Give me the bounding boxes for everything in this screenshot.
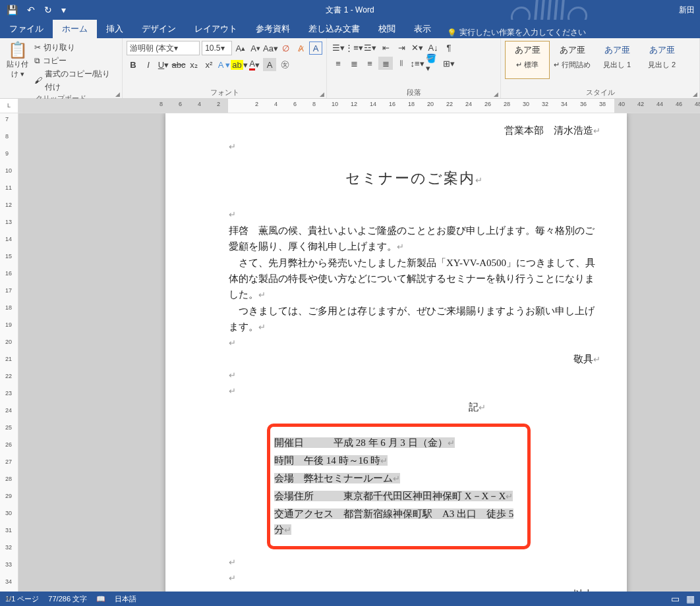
style-heading2[interactable]: あア亜見出し 2	[639, 41, 684, 79]
multilevel-button[interactable]: ☲▾	[363, 41, 377, 54]
asian-layout-button[interactable]: ✕▾	[410, 41, 424, 54]
detail-address: 会場住所 東京都千代田区神田神保町 X－X－X	[274, 491, 506, 501]
document-area: 7891011121314151617181920212223242526272…	[0, 113, 700, 592]
cut-label: 切り取り	[44, 41, 75, 54]
show-marks-button[interactable]: ¶	[442, 41, 456, 54]
align-center-button[interactable]: ≣	[347, 57, 361, 70]
shrink-font-button[interactable]: A▾	[249, 41, 262, 55]
paragraph-dialog-launcher[interactable]: ◢	[494, 91, 498, 97]
scissors-icon: ✂	[34, 41, 41, 54]
para-mark: ↵	[229, 207, 600, 223]
doc-closing: 敬具	[573, 354, 593, 364]
proofing-icon[interactable]: 📖	[96, 595, 105, 603]
grow-font-button[interactable]: A▴	[234, 41, 247, 55]
decrease-indent-button[interactable]: ⇤	[378, 41, 393, 54]
character-shading-button[interactable]: A	[263, 58, 276, 71]
style-normal[interactable]: あア亜↵ 標準	[505, 41, 550, 79]
sort-button[interactable]: A↓	[426, 41, 440, 54]
style-preview: あア亜	[641, 44, 682, 56]
tab-file[interactable]: ファイル	[0, 20, 53, 38]
document-title: 文書 1 - Word	[326, 5, 374, 16]
doc-ijo: 以上	[573, 589, 593, 592]
style-normal-label: 標準	[524, 61, 539, 69]
ribbon: 📋 貼り付け ▾ ✂切り取り ⧉コピー 🖌書式のコピー/貼り付け クリップボード…	[0, 38, 700, 99]
read-mode-icon[interactable]: ▭	[671, 593, 680, 604]
tab-insert[interactable]: 挿入	[97, 20, 132, 38]
redo-icon[interactable]: ↻	[44, 5, 52, 15]
paste-button[interactable]: 📋 貼り付け ▾	[4, 41, 32, 79]
phonetic-guide-button[interactable]: ∅	[279, 41, 292, 55]
change-case-button[interactable]: Aa▾	[264, 41, 277, 55]
copy-button[interactable]: ⧉コピー	[34, 54, 118, 67]
styles-dialog-launcher[interactable]: ◢	[693, 91, 697, 97]
para-mark: ↵	[229, 368, 600, 383]
distribute-button[interactable]: ⫴	[394, 57, 409, 70]
enclose-character-button[interactable]: ㊛	[278, 58, 291, 71]
vertical-ruler[interactable]: 7891011121314151617181920212223242526272…	[0, 113, 18, 592]
underline-button[interactable]: U ▾	[157, 58, 170, 71]
numbering-button[interactable]: ⋮≡▾	[347, 41, 361, 54]
user-name[interactable]: 新田	[679, 5, 695, 16]
titlebar: 💾 ↶ ↻ ▾ 文書 1 - Word 新田	[0, 0, 700, 20]
superscript-button[interactable]: x²	[202, 58, 216, 71]
bullets-button[interactable]: ☰▾	[331, 41, 345, 54]
tab-view[interactable]: 表示	[405, 20, 440, 38]
tab-review[interactable]: 校閲	[369, 20, 405, 38]
page-scroll-area[interactable]: 営業本部 清水浩造↵ ↵ セミナーのご案内↵ ↵ 拝啓 薫風の候、貴社いよいよご…	[18, 113, 700, 592]
tell-me-placeholder: 実行したい作業を入力してください	[459, 27, 586, 38]
cut-button[interactable]: ✂切り取り	[34, 41, 118, 54]
format-painter-button[interactable]: 🖌書式のコピー/貼り付け	[34, 67, 118, 94]
align-left-button[interactable]: ≡	[331, 57, 345, 70]
text-effects-button[interactable]: A ▾	[218, 58, 231, 71]
font-size-combo[interactable]: 10.5 ▾	[202, 41, 232, 55]
ribbon-tabs: ファイル ホーム 挿入 デザイン レイアウト 参考資料 差し込み文書 校閲 表示…	[0, 20, 700, 38]
subscript-button[interactable]: x₂	[187, 58, 200, 71]
status-words[interactable]: 77/286 文字	[48, 594, 87, 604]
borders-button[interactable]: ⊞▾	[442, 57, 456, 70]
print-layout-icon[interactable]: ▦	[686, 593, 695, 604]
highlight-button[interactable]: ab▾	[233, 58, 246, 71]
style-nospacing-label: 行間詰め	[562, 61, 591, 69]
align-right-button[interactable]: ≡	[363, 57, 377, 70]
tab-mailings[interactable]: 差し込み文書	[299, 20, 369, 38]
character-border-button[interactable]: A	[309, 41, 322, 55]
style-nospacing[interactable]: あア亜↵ 行間詰め	[550, 41, 595, 79]
style-heading1-label: 見出し 1	[603, 61, 631, 69]
doc-body1: さて、先月弊社から発売いたしました新製品「XY-VV-A0500」につきまして、…	[229, 258, 595, 300]
font-color-button[interactable]: A ▾	[248, 58, 261, 71]
doc-greeting: 拝啓 薫風の候、貴社いよいよご隆盛のこととお慶び申し上げます。毎々格別のご愛顧を…	[229, 225, 595, 252]
shading-button[interactable]: 🪣▾	[426, 57, 440, 70]
tell-me[interactable]: 💡 実行したい作業を入力してください	[447, 27, 586, 38]
copy-label: コピー	[43, 54, 67, 67]
detail-venue: 会場 弊社セミナールーム	[274, 473, 393, 483]
status-language[interactable]: 日本語	[115, 594, 136, 604]
horizontal-ruler[interactable]: 8642246810121416182022242628303234363840…	[18, 99, 700, 113]
tab-home[interactable]: ホーム	[53, 20, 97, 38]
italic-button[interactable]: I	[142, 58, 155, 71]
qat-more-icon[interactable]: ▾	[61, 5, 66, 15]
format-painter-label: 書式のコピー/貼り付け	[45, 67, 118, 94]
paste-label: 貼り付け	[7, 60, 28, 78]
font-group-label: フォント	[127, 88, 322, 98]
undo-icon[interactable]: ↶	[27, 5, 35, 15]
para-mark: ↵	[229, 139, 600, 155]
tab-design[interactable]: デザイン	[132, 20, 185, 38]
font-name-combo[interactable]: 游明朝 (本文 ▾	[127, 41, 200, 55]
font-dialog-launcher[interactable]: ◢	[320, 91, 324, 97]
detail-access: 交通アクセス 都営新宿線神保町駅 A3 出口 徒歩 5 分	[274, 509, 513, 535]
tab-layout[interactable]: レイアウト	[185, 20, 247, 38]
align-justify-button[interactable]: ≣	[378, 57, 393, 70]
bold-button[interactable]: B	[127, 58, 140, 71]
doc-title-text: セミナーのご案内	[345, 170, 475, 186]
line-spacing-button[interactable]: ↕≡▾	[410, 57, 424, 70]
tab-references[interactable]: 参考資料	[247, 20, 299, 38]
save-icon[interactable]: 💾	[7, 5, 18, 15]
increase-indent-button[interactable]: ⇥	[394, 41, 409, 54]
page[interactable]: 営業本部 清水浩造↵ ↵ セミナーのご案内↵ ↵ 拝啓 薫風の候、貴社いよいよご…	[165, 113, 627, 592]
para-mark: ↵	[229, 335, 600, 351]
clipboard-dialog-launcher[interactable]: ◢	[115, 91, 120, 97]
strikethrough-button[interactable]: abc	[172, 58, 185, 71]
clear-format-button[interactable]: A̷	[294, 41, 307, 55]
style-heading1[interactable]: あア亜見出し 1	[595, 41, 639, 79]
group-styles: あア亜↵ 標準 あア亜↵ 行間詰め あア亜見出し 1 あア亜見出し 2 スタイル…	[501, 38, 700, 98]
